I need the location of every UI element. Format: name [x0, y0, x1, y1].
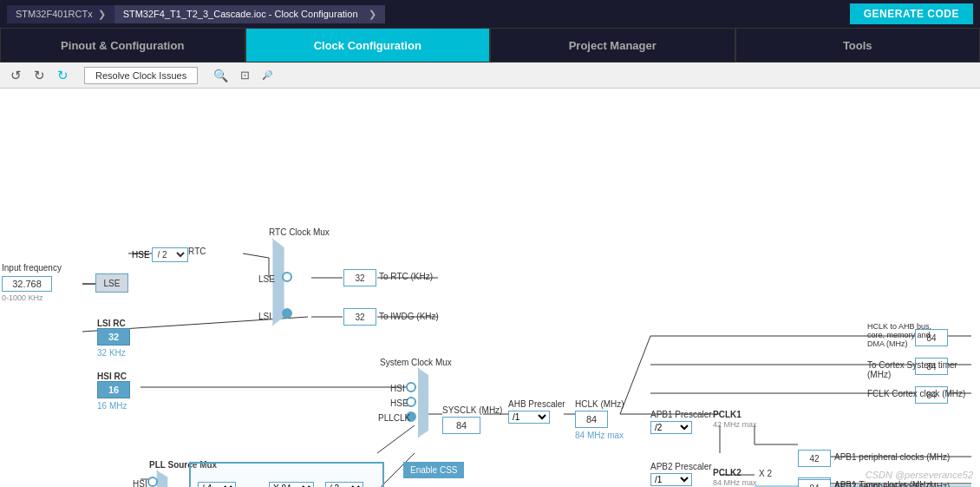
apb1-prescaler-label: APB1 Prescaler: [650, 410, 712, 419]
nav-tabs: Pinout & Configuration Clock Configurati…: [0, 28, 980, 63]
apb2-periph-value-box: 84: [798, 479, 831, 487]
apb2-prescaler-label: APB2 Prescaler: [650, 462, 712, 471]
hse-label-top: HSE: [132, 250, 150, 260]
hclk-ahb-label: HCLK to AHB bus, core, memory and DMA (M…: [867, 322, 945, 348]
tab-project[interactable]: Project Manager: [490, 28, 735, 63]
apb1-periph-value-box: 42: [798, 450, 831, 467]
zoom-in-button[interactable]: 🔍: [210, 67, 232, 84]
div-m-section: / 4/ 2/ 8 / M: [198, 482, 236, 487]
hse-sys-mux-label: HSE: [390, 398, 408, 408]
div-p-select[interactable]: / 2/ 4/ 6: [325, 482, 363, 487]
input-freq-1-label: Input frequency: [2, 262, 62, 274]
rtc-mux-lse-radio[interactable]: [282, 272, 292, 282]
apb1-periph-label: APB1 peripheral clocks (MHz): [834, 452, 950, 462]
input-freq-1-range: 0-1000 KHz: [2, 293, 62, 302]
chip-label: STM32F401RCTx ❯: [7, 5, 114, 23]
fclk-label: FCLK Cortex clock (MHz): [867, 389, 965, 398]
sysclk-label: SYSCLK (MHz): [442, 405, 502, 415]
tab-clock[interactable]: Clock Configuration: [245, 28, 491, 63]
to-rtc-label: To RTC (KHz): [379, 272, 433, 281]
hclk-label: HCLK (MHz): [575, 399, 624, 409]
hclk-max-label: 84 MHz max: [575, 431, 624, 440]
refresh-button[interactable]: ↻: [54, 66, 72, 85]
hclk-value-box: 84: [575, 411, 608, 428]
div-p-section: / 2/ 4/ 6 / P: [325, 482, 363, 487]
apb1-prescaler-select[interactable]: /2/1: [650, 421, 692, 434]
watermark-text: CSDN @perseverance52: [866, 470, 973, 480]
sysclk-value-box: 84: [442, 417, 480, 434]
hsi-sys-mux-label: HSI: [390, 384, 405, 393]
tab-tools[interactable]: Tools: [735, 28, 981, 63]
rtc-clock-mux-label: RTC Clock Mux: [269, 227, 330, 237]
resolve-clock-issues-button[interactable]: Resolve Clock Issues: [84, 67, 198, 84]
input-freq-1-section: Input frequency 0-1000 KHz: [2, 262, 62, 302]
ahb-prescaler-section: AHB Prescaler /1/2: [508, 399, 565, 424]
sysclk-section: SYSCLK (MHz) 84: [442, 405, 502, 434]
tab-pinout[interactable]: Pinout & Configuration: [0, 28, 245, 63]
div-m-select[interactable]: / 4/ 2/ 8: [198, 482, 236, 487]
enable-css-button[interactable]: Enable CSS: [403, 462, 464, 478]
pclk1-max-label: 42 MHz max: [713, 420, 757, 429]
system-clock-mux-shape: [415, 368, 432, 438]
rtc-mux-lsi-radio[interactable]: [282, 308, 292, 319]
lse-box: LSE: [95, 273, 128, 293]
pclk2-label: PCLK2: [713, 468, 742, 477]
hsi-rc-unit-label: 16 MHz: [97, 401, 127, 411]
toolbar: ↺ ↻ ↻ Resolve Clock Issues 🔍 ⊡ 🔎: [0, 63, 980, 89]
redo-button[interactable]: ↻: [30, 66, 49, 85]
generate-code-button[interactable]: GENERATE CODE: [850, 3, 973, 24]
lsi-rc-label: LSI RC: [97, 319, 126, 328]
file-label: STM32F4_T1_T2_3_Cascade.ioc - Clock Conf…: [114, 5, 385, 23]
mul-n-select[interactable]: X 84X 96X 120: [269, 482, 314, 487]
system-clock-mux-label: System Clock Mux: [380, 358, 452, 367]
pllclk-sys-mux-label: PLLCLK: [378, 413, 410, 423]
apb2-prescaler-select[interactable]: /1/2: [650, 473, 692, 486]
lsi-mux-label: LSI: [258, 312, 271, 321]
sys-mux-hsi-radio[interactable]: [406, 382, 416, 392]
iwdg-value-box: 32: [343, 308, 376, 326]
x2-label: X 2: [759, 469, 772, 478]
hsi-rc-label: HSI RC: [97, 372, 127, 381]
undo-button[interactable]: ↺: [7, 66, 25, 85]
pclk1-label: PCLK1: [713, 410, 742, 419]
apb2-periph-label: APB2 peripheral clocks (MHz): [834, 482, 950, 487]
to-iwdg-label: To IWDG (KHz): [379, 312, 439, 321]
lse-mux-label: LSE: [258, 274, 275, 284]
ahb-prescaler-select[interactable]: /1/2: [508, 411, 550, 424]
mul-n-section: X 84X 96X 120 * N: [269, 482, 314, 487]
svg-line-31: [377, 425, 415, 453]
apb1-prescaler-section: APB1 Prescaler /2/1: [650, 410, 712, 434]
input-freq-1-input[interactable]: [2, 276, 52, 292]
fit-button[interactable]: ⊡: [237, 67, 253, 83]
hse-div2-select[interactable]: / 2/ 3/ 4: [152, 247, 188, 262]
hsi-pll-mux-label: HSI: [133, 479, 147, 487]
apb2-prescaler-section: APB2 Prescaler /1/2: [650, 462, 712, 486]
svg-line-2: [243, 253, 269, 258]
pll-mux-hsi-radio[interactable]: [147, 477, 158, 487]
ahb-prescaler-label: AHB Prescaler: [508, 399, 565, 409]
title-bar: STM32F401RCTx ❯ STM32F4_T1_T2_3_Cascade.…: [0, 0, 980, 28]
rtc-value-box: 32: [343, 269, 376, 286]
zoom-out-button[interactable]: 🔎: [258, 69, 276, 82]
hse-div2-section: HSE / 2/ 3/ 4: [132, 247, 188, 262]
svg-line-17: [620, 336, 650, 414]
lsi-rc-unit-label: 32 KHz: [97, 348, 126, 358]
lsi-rc-value-box: 32: [97, 328, 130, 346]
hsi-rc-value-box: 16: [97, 381, 130, 398]
clock-diagram-canvas: Input frequency 0-1000 KHz LSE HSE_RTC H…: [0, 89, 980, 487]
cortex-timer-label: To Cortex System timer (MHz): [867, 360, 980, 379]
pclk2-max-label: 84 MHz max: [713, 478, 757, 487]
